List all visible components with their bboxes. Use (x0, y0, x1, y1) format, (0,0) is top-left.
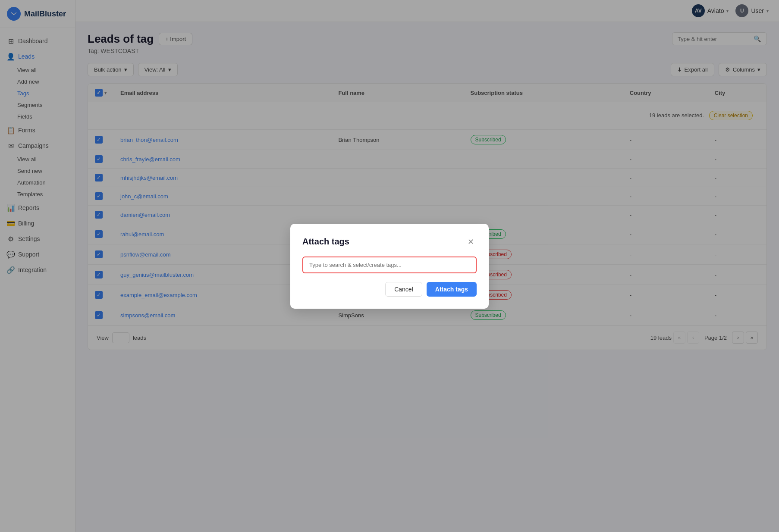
cancel-button[interactable]: Cancel (385, 282, 422, 297)
attach-tags-modal: Attach tags ✕ Cancel Attach tags (290, 224, 489, 309)
modal-footer: Cancel Attach tags (302, 282, 477, 297)
modal-header: Attach tags ✕ (302, 236, 477, 248)
modal-overlay: Attach tags ✕ Cancel Attach tags (0, 0, 779, 532)
modal-close-button[interactable]: ✕ (465, 236, 477, 248)
attach-tags-button[interactable]: Attach tags (427, 282, 477, 297)
tags-search-input[interactable] (302, 257, 477, 273)
modal-title: Attach tags (302, 237, 349, 247)
